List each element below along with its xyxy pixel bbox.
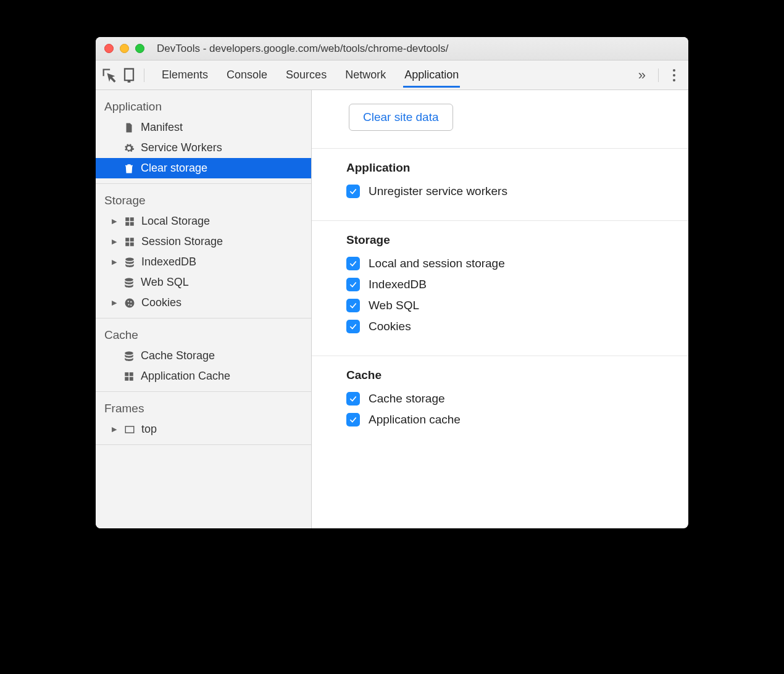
divider xyxy=(144,69,144,82)
sidebar-item-web-sql[interactable]: Web SQL xyxy=(96,272,311,293)
zoom-window-button[interactable] xyxy=(135,44,144,53)
sidebar-item-label: Local Storage xyxy=(141,215,210,228)
checkbox[interactable] xyxy=(346,185,360,198)
devtools-tabbar: ElementsConsoleSourcesNetworkApplication… xyxy=(96,60,688,90)
kebab-menu-icon[interactable] xyxy=(665,69,683,81)
sidebar-item-manifest[interactable]: Manifest xyxy=(96,117,311,138)
checkbox-label: Application cache xyxy=(369,413,461,426)
checkbox-row: Local and session storage xyxy=(346,257,670,270)
sidebar-item-label: Service Workers xyxy=(141,141,222,154)
checkbox[interactable] xyxy=(346,257,360,270)
sidebar-item-label: Manifest xyxy=(141,121,183,134)
disclosure-triangle-icon[interactable]: ▶ xyxy=(112,425,118,433)
db-icon xyxy=(123,277,135,289)
frame-icon xyxy=(123,423,136,436)
sidebar-item-label: Clear storage xyxy=(141,162,207,175)
checkbox-row: IndexedDB xyxy=(346,278,670,291)
panel-heading: Cache xyxy=(346,368,670,382)
window-title: DevTools - developers.google.com/web/too… xyxy=(151,43,680,55)
sidebar-item-label: Application Cache xyxy=(141,370,230,383)
sidebar-item-label: Web SQL xyxy=(141,276,189,289)
sidebar-heading: Application xyxy=(96,95,311,117)
sidebar-item-application-cache[interactable]: Application Cache xyxy=(96,366,311,386)
checkbox[interactable] xyxy=(346,392,360,406)
disclosure-triangle-icon[interactable]: ▶ xyxy=(112,217,118,225)
sidebar-item-session-storage[interactable]: ▶Session Storage xyxy=(96,231,311,252)
checkbox-label: Local and session storage xyxy=(369,257,505,270)
checkbox-row: Web SQL xyxy=(346,299,670,312)
sidebar-item-label: Cache Storage xyxy=(141,349,215,362)
close-window-button[interactable] xyxy=(104,44,114,53)
checkbox-label: IndexedDB xyxy=(369,278,427,291)
checkbox-label: Unregister service workers xyxy=(369,185,507,198)
sidebar-item-clear-storage[interactable]: Clear storage xyxy=(96,158,311,178)
disclosure-triangle-icon[interactable]: ▶ xyxy=(112,238,118,246)
checkbox-label: Cookies xyxy=(369,320,411,333)
checkbox[interactable] xyxy=(346,299,360,312)
cookie-icon xyxy=(123,297,136,309)
trash-icon xyxy=(123,162,135,175)
sidebar-item-label: Cookies xyxy=(141,296,181,309)
tab-network[interactable]: Network xyxy=(344,62,387,88)
sidebar-heading: Frames xyxy=(96,397,311,419)
db-icon xyxy=(123,256,136,268)
checkbox-row: Unregister service workers xyxy=(346,185,670,198)
grid-icon xyxy=(123,215,136,228)
disclosure-triangle-icon[interactable]: ▶ xyxy=(112,258,118,266)
sidebar-heading: Cache xyxy=(96,323,311,346)
sidebar-heading: Storage xyxy=(96,189,311,211)
file-icon xyxy=(123,122,135,134)
panel-heading: Storage xyxy=(346,233,670,247)
traffic-lights xyxy=(104,44,144,53)
clear-site-data-button[interactable]: Clear site data xyxy=(349,104,453,131)
inspect-icon[interactable] xyxy=(101,67,118,84)
sidebar-item-indexeddb[interactable]: ▶IndexedDB xyxy=(96,252,311,272)
tab-sources[interactable]: Sources xyxy=(285,62,328,88)
checkbox-row: Cookies xyxy=(346,320,670,333)
tab-elements[interactable]: Elements xyxy=(161,62,209,88)
grid-icon xyxy=(123,236,136,248)
grid-icon xyxy=(123,370,135,383)
application-sidebar: ApplicationManifestService WorkersClear … xyxy=(96,90,312,528)
sidebar-item-label: top xyxy=(141,423,157,436)
minimize-window-button[interactable] xyxy=(120,44,129,53)
sidebar-item-cache-storage[interactable]: Cache Storage xyxy=(96,346,311,366)
device-toggle-icon[interactable] xyxy=(120,67,138,84)
panel-heading: Application xyxy=(346,161,670,175)
checkbox-label: Cache storage xyxy=(369,392,445,406)
sidebar-item-cookies[interactable]: ▶Cookies xyxy=(96,293,311,313)
checkbox[interactable] xyxy=(346,320,360,333)
db-icon xyxy=(123,350,135,362)
tab-application[interactable]: Application xyxy=(403,62,460,88)
checkbox[interactable] xyxy=(346,413,360,426)
sidebar-item-service-workers[interactable]: Service Workers xyxy=(96,138,311,158)
window-titlebar: DevTools - developers.google.com/web/too… xyxy=(96,37,688,60)
sidebar-item-label: IndexedDB xyxy=(141,256,196,268)
checkbox-row: Application cache xyxy=(346,413,670,426)
disclosure-triangle-icon[interactable]: ▶ xyxy=(112,299,118,307)
tab-console[interactable]: Console xyxy=(225,62,269,88)
sidebar-item-top[interactable]: ▶top xyxy=(96,419,311,439)
divider xyxy=(658,69,659,82)
clear-storage-panel: Clear site data ApplicationUnregister se… xyxy=(312,90,688,528)
sidebar-item-label: Session Storage xyxy=(141,235,223,248)
overflow-tabs-icon[interactable]: » xyxy=(632,67,652,83)
checkbox[interactable] xyxy=(346,278,360,291)
checkbox-label: Web SQL xyxy=(369,299,419,312)
sidebar-item-local-storage[interactable]: ▶Local Storage xyxy=(96,211,311,231)
devtools-window: DevTools - developers.google.com/web/too… xyxy=(96,37,688,528)
checkbox-row: Cache storage xyxy=(346,392,670,406)
gear-icon xyxy=(123,142,135,154)
